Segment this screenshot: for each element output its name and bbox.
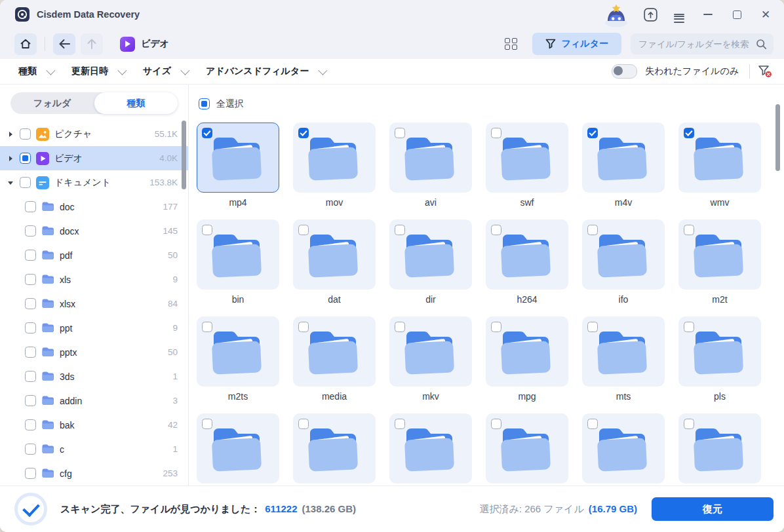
sidebar-item-c[interactable]: c 1: [0, 437, 188, 461]
checkbox[interactable]: [25, 201, 36, 212]
folder-tile-dir[interactable]: dir: [389, 219, 472, 306]
checkbox[interactable]: [395, 419, 405, 429]
folder-tile-avi[interactable]: avi: [389, 123, 472, 209]
minimize-button[interactable]: [696, 4, 720, 25]
folder-tile-box[interactable]: [389, 219, 472, 290]
folder-tile-box[interactable]: [389, 316, 472, 387]
checkbox[interactable]: [25, 347, 36, 358]
recover-button[interactable]: 復元: [652, 497, 774, 521]
sidebar-item-ppt[interactable]: ppt 9: [0, 316, 188, 340]
folder-tile-box[interactable]: [582, 123, 665, 193]
grid-view-icon[interactable]: [500, 33, 523, 54]
checkbox[interactable]: [491, 225, 501, 235]
main-scrollbar[interactable]: [775, 104, 780, 171]
filter-dropdown-modified[interactable]: 更新日時: [71, 66, 125, 77]
checkbox[interactable]: [395, 322, 405, 332]
folder-tile-partial-18[interactable]: [197, 413, 279, 485]
sidebar-item-ピクチャ[interactable]: ピクチャ 55.1K: [0, 122, 188, 146]
checkbox[interactable]: [25, 395, 36, 406]
filter-dropdown-advanced[interactable]: アドバンスドフィルター: [206, 66, 325, 77]
home-button[interactable]: [14, 33, 37, 55]
folder-tile-box[interactable]: [678, 219, 761, 290]
search-box[interactable]: [631, 33, 774, 54]
lost-files-only-toggle[interactable]: [612, 64, 637, 79]
folder-tile-box[interactable]: [389, 413, 472, 484]
folder-tile-partial-23[interactable]: [678, 413, 761, 485]
folder-tile-box[interactable]: [486, 123, 568, 193]
folder-tile-m2ts[interactable]: m2ts: [197, 316, 279, 403]
sidebar-item-xlsx[interactable]: xlsx 84: [0, 292, 188, 316]
folder-tile-mov[interactable]: mov: [293, 123, 376, 209]
checkbox[interactable]: [298, 225, 309, 235]
sidebar-item-3ds[interactable]: 3ds 1: [0, 364, 188, 389]
folder-tile-box[interactable]: [197, 316, 279, 387]
menu-icon[interactable]: [667, 4, 691, 25]
folder-tile-box[interactable]: [197, 219, 279, 290]
folder-tile-box[interactable]: [293, 413, 376, 484]
checkbox[interactable]: [587, 322, 598, 332]
folder-tile-h264[interactable]: h264: [486, 219, 568, 306]
checkbox[interactable]: [298, 419, 309, 429]
tab-folder[interactable]: フォルダ: [10, 92, 94, 114]
sidebar-item-doc[interactable]: doc 177: [0, 195, 188, 219]
folder-tile-ifo[interactable]: ifo: [582, 219, 665, 306]
sidebar-item-xls[interactable]: xls 9: [0, 267, 188, 292]
caret-icon[interactable]: [8, 131, 14, 138]
filter-button[interactable]: フィルター: [532, 33, 621, 55]
checkbox[interactable]: [20, 153, 31, 164]
clear-filter-icon[interactable]: [758, 65, 772, 78]
checkbox[interactable]: [202, 419, 212, 429]
checkbox[interactable]: [25, 419, 36, 430]
sidebar-item-pptx[interactable]: pptx 50: [0, 340, 188, 364]
sidebar-item-ドキュメント[interactable]: ドキュメント 153.8K: [0, 170, 188, 195]
folder-tile-box[interactable]: [678, 316, 761, 387]
checkbox[interactable]: [202, 128, 212, 138]
checkbox[interactable]: [25, 274, 36, 285]
folder-tile-mts[interactable]: mts: [582, 316, 665, 403]
folder-tile-partial-21[interactable]: [486, 413, 568, 485]
checkbox[interactable]: [25, 468, 36, 479]
checkbox[interactable]: [587, 225, 598, 235]
sidebar-item-pdf[interactable]: pdf 50: [0, 243, 188, 267]
folder-tile-mp4[interactable]: mp4: [197, 123, 279, 209]
folder-tile-dat[interactable]: dat: [293, 219, 376, 306]
filter-dropdown-type[interactable]: 種類: [18, 66, 53, 77]
folder-tile-box[interactable]: [486, 219, 568, 290]
folder-tile-partial-19[interactable]: [293, 413, 376, 485]
folder-tile-bin[interactable]: bin: [197, 219, 279, 306]
folder-tile-wmv[interactable]: wmv: [678, 123, 761, 209]
assistant-mascot-icon[interactable]: [599, 1, 633, 28]
checkbox[interactable]: [587, 419, 598, 429]
folder-tile-m2t[interactable]: m2t: [678, 219, 761, 306]
folder-tile-m4v[interactable]: m4v: [582, 123, 665, 209]
search-input[interactable]: [637, 39, 756, 50]
checkbox[interactable]: [25, 322, 36, 333]
folder-tile-pls[interactable]: pls: [678, 316, 761, 403]
sidebar-item-docx[interactable]: docx 145: [0, 219, 188, 243]
checkbox[interactable]: [684, 419, 694, 429]
close-button[interactable]: ✕: [754, 4, 777, 25]
upload-icon[interactable]: [638, 4, 662, 25]
checkbox[interactable]: [25, 298, 36, 309]
checkbox[interactable]: [298, 128, 309, 138]
folder-tile-box[interactable]: [486, 413, 568, 484]
folder-tile-box[interactable]: [389, 123, 472, 193]
checkbox[interactable]: [202, 322, 212, 332]
folder-tile-media[interactable]: media: [293, 316, 376, 403]
checkbox[interactable]: [491, 419, 501, 429]
folder-tile-swf[interactable]: swf: [486, 123, 568, 209]
checkbox[interactable]: [587, 128, 598, 138]
folder-tile-box[interactable]: [197, 413, 279, 484]
caret-icon[interactable]: [8, 155, 14, 162]
folder-tile-box[interactable]: [582, 316, 665, 387]
tab-type[interactable]: 種類: [94, 92, 178, 114]
folder-tile-mpg[interactable]: mpg: [486, 316, 568, 403]
folder-tile-box[interactable]: [582, 219, 665, 290]
checkbox[interactable]: [395, 225, 405, 235]
folder-tile-mkv[interactable]: mkv: [389, 316, 472, 403]
folder-tile-box[interactable]: [486, 316, 568, 387]
filter-dropdown-size[interactable]: サイズ: [143, 66, 187, 77]
sidebar-item-bak[interactable]: bak 42: [0, 413, 188, 437]
sidebar-item-ビデオ[interactable]: ビデオ 4.0K: [0, 146, 188, 170]
folder-tile-box[interactable]: [678, 123, 761, 193]
